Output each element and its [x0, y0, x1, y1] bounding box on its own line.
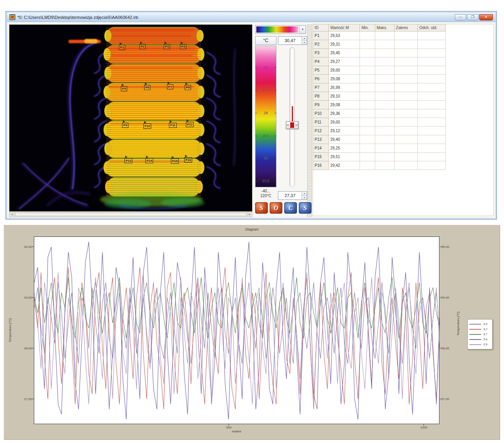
table-column-header[interactable]: Odch. std. [418, 24, 446, 31]
table-row-p4[interactable]: P429,27 [313, 57, 446, 66]
measure-point-marker-p10[interactable]: P10 [143, 124, 151, 129]
marker-label: P9 [123, 124, 127, 127]
table-column-header[interactable]: Zakres [394, 24, 417, 31]
table-row-p2[interactable]: P229,31 [313, 40, 446, 49]
measure-point-marker-p6[interactable]: P6 [144, 85, 150, 90]
legend-item[interactable]: 6.2 [469, 327, 491, 332]
cell-value [418, 135, 446, 144]
chart-legend[interactable]: 6.96.26.75.40.9 [467, 319, 493, 349]
slider-handle[interactable] [286, 121, 298, 129]
legend-item[interactable]: 6.7 [469, 332, 491, 337]
measure-point-marker-p3[interactable]: P3 [164, 44, 170, 49]
measure-point-marker-p11[interactable]: P11 [169, 123, 177, 128]
table-row-p10[interactable]: P1029,36 [313, 109, 446, 118]
measure-point-marker-p1[interactable]: P1 [119, 45, 125, 50]
scroll-left-button[interactable]: ◄ [9, 212, 15, 217]
horizontal-scrollbar[interactable]: ◄ ► [9, 212, 252, 217]
measure-point-marker-p16[interactable]: P16 [184, 157, 192, 162]
measure-point-marker-p15[interactable]: P15 [171, 159, 179, 164]
x-tick-mark [424, 424, 424, 426]
scale-max-value[interactable]: 30,47 [278, 37, 302, 44]
camera-range-label: -40... 120°C [255, 189, 276, 198]
plot-area[interactable] [34, 236, 439, 424]
table-row-p9[interactable]: P929,08 [313, 101, 446, 109]
table-row-p13[interactable]: P1329,40 [313, 135, 446, 144]
minimize-button[interactable]: — [455, 14, 466, 20]
spin-down-icon[interactable]: ▼ [302, 196, 307, 200]
app-window: *0: C:\Users\LMD9\Desktop\termowizja zdj… [6, 11, 497, 220]
table-row-p11[interactable]: P1129,00 [313, 118, 446, 127]
table-column-header[interactable]: Min. [359, 24, 375, 31]
close-button[interactable]: × [479, 14, 493, 20]
vertical-scrollbar[interactable] [307, 24, 312, 217]
table-row-p16[interactable]: P1629,42 [313, 161, 446, 170]
scale-tick-label: 28,5 [256, 134, 276, 138]
table-column-header[interactable]: Maks. [375, 24, 394, 31]
table-row-p14[interactable]: P1429,25 [313, 144, 446, 153]
cell-value [359, 66, 375, 75]
slider-level-line [292, 106, 293, 122]
cell-value [394, 83, 417, 92]
cell-value [375, 109, 394, 118]
cell-value [375, 127, 394, 135]
measure-point-marker-p13[interactable]: P13 [124, 158, 132, 163]
table-row-p1[interactable]: P129,53 [313, 31, 446, 40]
table-row-p7[interactable]: P726,99 [313, 83, 446, 92]
tool-button-c-2[interactable]: C [284, 202, 297, 214]
table-column-header[interactable]: Wartość M [328, 24, 359, 31]
spin-up-icon[interactable]: ▲ [302, 192, 307, 196]
tool-button-s-3[interactable]: S [299, 202, 311, 214]
table-row-p3[interactable]: P329,45 [313, 49, 446, 57]
legend-item[interactable]: 5.4 [469, 337, 491, 342]
table-row-p12[interactable]: P1229,12 [313, 127, 446, 135]
marker-flag-icon [125, 156, 126, 159]
table-row-p15[interactable]: P1529,51 [313, 153, 446, 161]
measure-point-marker-p14[interactable]: P14 [145, 158, 153, 163]
legend-label: 6.9 [484, 323, 487, 325]
marker-label: P7 [168, 85, 172, 89]
cell-value [418, 57, 446, 66]
measure-point-marker-p5[interactable]: P5 [121, 86, 127, 91]
legend-item[interactable]: 6.9 [469, 321, 491, 327]
scale-min-spinbox[interactable]: 27,37 ▲ ▼ [278, 191, 307, 200]
cell-value [394, 66, 417, 75]
measure-point-marker-p9[interactable]: P9 [122, 123, 128, 128]
unit-button[interactable]: °C [255, 36, 276, 45]
chevron-down-icon[interactable]: ▼ [299, 26, 306, 33]
scale-min-value[interactable]: 27,37 [278, 192, 302, 199]
scale-max-spinbox[interactable]: 30,47 ▲ ▼ [278, 36, 307, 45]
marker-label: P6 [145, 86, 149, 89]
cell-value [418, 153, 446, 161]
page: *0: C:\Users\LMD9\Desktop\termowizja zdj… [0, 0, 504, 443]
marker-flag-icon [123, 120, 123, 123]
legend-line-swatch [469, 334, 481, 335]
maximize-button[interactable]: ❐ [467, 14, 478, 20]
tool-button-o-1[interactable]: O [270, 202, 282, 214]
titlebar[interactable]: *0: C:\Users\LMD9\Desktop\termowizja zdj… [7, 13, 495, 22]
measure-point-marker-p2[interactable]: P2 [139, 44, 146, 49]
scale-tick-label: 30 [256, 65, 276, 69]
measure-point-marker-p4[interactable]: P4 [180, 44, 186, 49]
table-row-p5[interactable]: P529,00 [313, 66, 446, 75]
scrollbar-thumb[interactable] [15, 213, 246, 216]
spin-down-icon[interactable]: ▼ [302, 41, 307, 45]
table-column-header[interactable]: ID [313, 24, 329, 31]
tool-button-s-0[interactable]: S [255, 202, 268, 214]
table-row-p8[interactable]: P829,10 [313, 92, 446, 101]
cell-value [418, 161, 446, 170]
level-slider[interactable] [283, 47, 302, 187]
measure-point-marker-p12[interactable]: P12 [186, 122, 194, 127]
tool-buttons: SOCS [255, 202, 311, 214]
table-row-p6[interactable]: P629,08 [313, 75, 446, 83]
cell-value [359, 83, 375, 92]
thermal-image-view[interactable]: P1P2P3P4P5P6P7P8P9P10P11P12P13P14P15P16 [9, 24, 252, 212]
scroll-right-button[interactable]: ► [247, 212, 252, 217]
measure-point-marker-p7[interactable]: P7 [167, 84, 173, 89]
palette-selector[interactable]: ▼ [255, 25, 306, 34]
cell-value: 29,00 [328, 118, 359, 127]
measure-point-marker-p8[interactable]: P8 [185, 85, 191, 90]
marker-label: P3 [165, 45, 169, 48]
spin-up-icon[interactable]: ▲ [302, 37, 307, 41]
cell-value: 29,25 [328, 144, 359, 153]
legend-item[interactable]: 0.9 [469, 342, 491, 347]
